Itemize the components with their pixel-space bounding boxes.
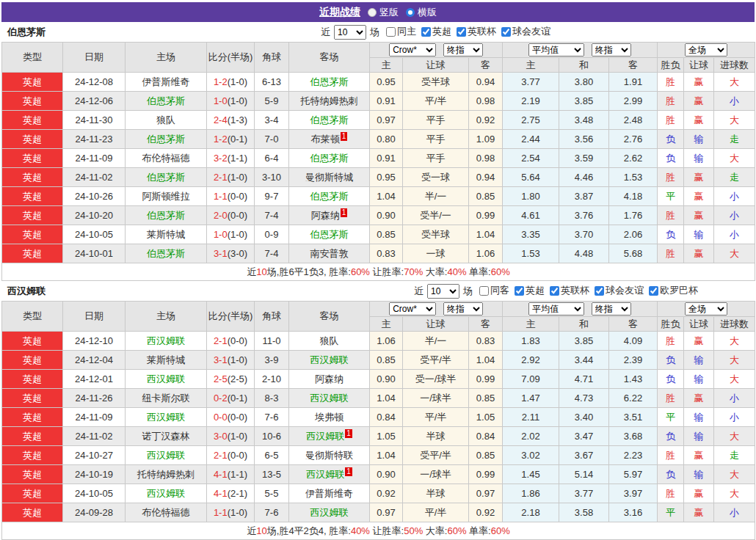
match-date: 24-12-10 <box>63 332 126 351</box>
home-team: 布伦特福德 <box>126 149 207 168</box>
filter-同主[interactable]: 同主 <box>381 25 416 38</box>
handicap-result-cell: 赢 <box>684 73 714 92</box>
match-date: 24-10-27 <box>63 446 126 465</box>
col-date: 日期 <box>63 302 126 332</box>
layout-horizontal-option[interactable]: 横版 <box>406 6 437 19</box>
handicap-line: 受平/半 <box>403 351 469 370</box>
corners: 7-0 <box>255 130 289 149</box>
avg-home-odds: 3.77 <box>503 73 559 92</box>
home-team: 莱斯特城 <box>126 225 207 244</box>
fulltime-select[interactable]: 全场 <box>685 302 727 315</box>
layout-vertical-option[interactable]: 竖版 <box>368 6 399 19</box>
filter-bar: 近 10 场 同主英超英联杯球会友谊 <box>321 22 550 42</box>
handicap-line: 半/一 <box>403 187 469 206</box>
recent-count-select[interactable]: 10 <box>334 25 366 40</box>
page: 近期战绩 竖版 横版 伯恩茅斯 近 10 场 同主英超英联杯球会友谊 类型 <box>0 0 756 540</box>
avg-home-odds: 2.44 <box>503 130 559 149</box>
avg-away-odds: 6.22 <box>609 389 658 408</box>
home-team: 伯恩茅斯 <box>126 130 207 149</box>
filter-checkbox[interactable] <box>479 286 489 296</box>
corners: 3-10 <box>255 168 289 187</box>
away-team: 阿森纳 <box>289 370 370 389</box>
filter-checkbox[interactable] <box>595 286 604 296</box>
match-row: 英超24-11-30狼队2-4(1-3)3-4伯恩茅斯0.97平手0.922.7… <box>2 111 755 130</box>
summary-stat-value: 40% <box>447 266 466 277</box>
filter-checkbox[interactable] <box>421 27 431 37</box>
home-odds: 0.92 <box>370 484 403 503</box>
home-odds: 0.91 <box>370 149 403 168</box>
away-odds: 1.04 <box>469 225 503 244</box>
bookmaker-select[interactable]: Crow* <box>389 302 436 315</box>
average-select[interactable]: 平均值 <box>528 302 584 315</box>
radio-vertical-icon[interactable] <box>368 8 377 17</box>
section-header-westham: 西汉姆联 近 10 场 同客英超英联杯球会友谊欧罗巴杯 <box>1 281 755 301</box>
avg-draw-odds: 3.76 <box>559 206 609 225</box>
filter-bar: 近 10 场 同客英超英联杯球会友谊欧罗巴杯 <box>414 281 698 301</box>
avg-draw-odds: 3.48 <box>559 111 609 130</box>
match-row: 英超24-10-05西汉姆联4-1(2-1)5-5伊普斯维奇0.92半球0.97… <box>2 484 755 503</box>
filter-checkbox[interactable] <box>649 286 658 296</box>
col-goals-result: 进球数 <box>714 58 755 73</box>
filter-checkbox[interactable] <box>550 286 559 296</box>
col-goals-result: 进球数 <box>714 317 755 332</box>
filter-checkbox[interactable] <box>457 27 466 37</box>
filter-英联杯[interactable]: 英联杯 <box>451 25 496 38</box>
goals-result-cell: 走 <box>714 130 755 149</box>
away-team: 伯恩茅斯 <box>289 111 370 130</box>
filter-球会友谊[interactable]: 球会友谊 <box>589 284 644 297</box>
summary-text: 让胜率: <box>370 266 404 277</box>
filter-label: 英联杯 <box>561 284 589 297</box>
home-odds: 0.97 <box>370 503 403 522</box>
filter-checkbox[interactable] <box>386 27 396 37</box>
home-odds: 0.97 <box>370 111 403 130</box>
filter-英超[interactable]: 英超 <box>509 284 545 297</box>
avg-draw-odds: 3.70 <box>559 225 609 244</box>
fulltime-select[interactable]: 全场 <box>685 43 727 56</box>
league-badge: 英超 <box>2 389 63 408</box>
summary-stat-value: 10 <box>256 525 266 536</box>
home-team: 阿斯顿维拉 <box>126 187 207 206</box>
recent-count-select[interactable]: 10 <box>427 284 459 299</box>
handicap-result-cell: 赢 <box>684 332 714 351</box>
result-cell: 平 <box>658 503 684 522</box>
result-cell: 胜 <box>658 92 684 111</box>
results-table-westham: 类型 日期 主场 比分(半场) 角球 客场 Crow* 终指 平均值 终指 全场 <box>1 301 755 540</box>
summary-row: 近10场,胜6平1负3, 胜率:60% 让胜率:70% 大率:40% 单率:60… <box>2 263 755 281</box>
final-avg-select[interactable]: 终指 <box>592 43 631 56</box>
final-odds-select[interactable]: 终指 <box>443 43 483 56</box>
radio-horizontal-icon[interactable] <box>406 8 415 17</box>
corners: 8-3 <box>255 389 289 408</box>
average-select-cell: 平均值 终指 <box>503 43 658 58</box>
score: 1-2(1-0) <box>207 73 255 92</box>
match-row: 英超24-10-01伯恩茅斯3-1(3-0)7-4南安普敦0.83一球1.061… <box>2 244 755 263</box>
average-select[interactable]: 平均值 <box>528 43 584 56</box>
filter-checkbox[interactable] <box>515 286 524 296</box>
final-avg-select[interactable]: 终指 <box>592 302 631 315</box>
home-odds: 1.05 <box>370 427 403 446</box>
away-odds: 0.99 <box>469 206 503 225</box>
goals-result-cell: 大 <box>714 244 755 263</box>
summary-stat-value: 70% <box>404 266 423 277</box>
col-let-result: 让球 <box>684 317 714 332</box>
final-odds-select[interactable]: 终指 <box>443 302 483 315</box>
filter-欧罗巴杯[interactable]: 欧罗巴杯 <box>644 284 698 297</box>
match-date: 24-12-08 <box>63 73 126 92</box>
home-team: 伯恩茅斯 <box>126 244 207 263</box>
league-badge: 英超 <box>2 465 63 484</box>
handicap-line: 受半球 <box>403 225 469 244</box>
handicap-result-cell: 输 <box>684 225 714 244</box>
away-team: 狼队 <box>289 332 370 351</box>
filter-英超[interactable]: 英超 <box>416 25 451 38</box>
score: 0-2(0-1) <box>207 389 255 408</box>
filter-球会友谊[interactable]: 球会友谊 <box>496 25 550 38</box>
away-team: 伯恩茅斯 <box>289 149 370 168</box>
filter-同客[interactable]: 同客 <box>474 284 509 297</box>
result-cell: 胜 <box>658 111 684 130</box>
filter-英联杯[interactable]: 英联杯 <box>545 284 589 297</box>
score: 1-1(1-0) <box>207 503 255 522</box>
score: 2-4(1-3) <box>207 111 255 130</box>
bookmaker-select[interactable]: Crow* <box>389 43 436 56</box>
col-type: 类型 <box>2 43 63 73</box>
summary-text: 让胜率: <box>370 525 404 536</box>
filter-checkbox[interactable] <box>501 27 511 37</box>
